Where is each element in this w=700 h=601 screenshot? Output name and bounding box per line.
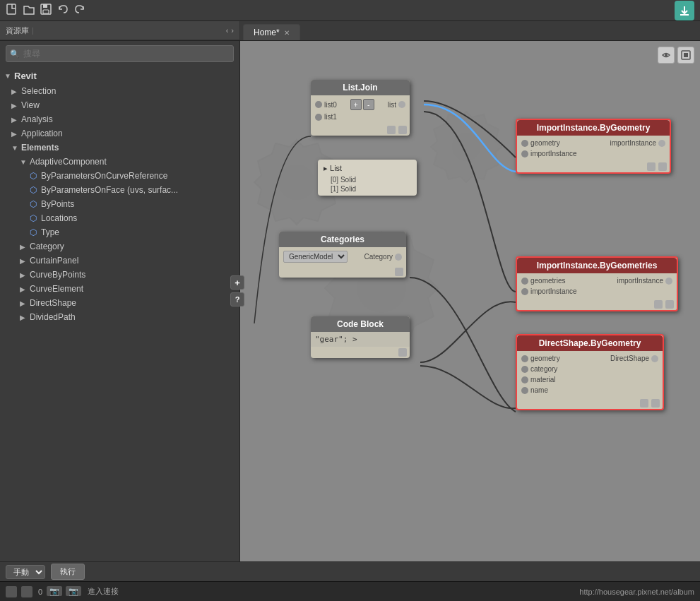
save-icon[interactable]: [40, 3, 52, 18]
import1-footer-icon1: [647, 162, 655, 171]
node-icon-bypoints: ⬡: [28, 199, 38, 209]
adaptive-expand: ▼: [20, 158, 27, 166]
canvas-toolbar: [658, 47, 694, 64]
port-directshape-category-in: [521, 366, 528, 373]
port-import2-geometries-in: [521, 278, 528, 285]
list-item-1: [1] Solid: [331, 185, 356, 193]
port-directshape-out: [651, 355, 658, 362]
sidebar-item-byparamsonface[interactable]: ⬡ ByParametersOnFace (uvs, surfac...: [0, 183, 239, 197]
listjoin-remove-btn[interactable]: -: [363, 99, 374, 110]
category-expand: ▶: [20, 243, 27, 251]
sidebar-item-curtainpanel[interactable]: ▶ CurtainPanel: [0, 254, 239, 268]
port-list-out: [398, 101, 405, 108]
chevron-right-icon[interactable]: ›: [231, 26, 234, 35]
sidebar-item-category[interactable]: ▶ Category: [0, 239, 239, 254]
categories-body: GenericModel Category: [279, 247, 406, 266]
port-import2-instance-in: [521, 288, 528, 295]
sidebar-item-type[interactable]: ⬡ Type: [0, 225, 239, 239]
import2-row-instance: importInstance: [521, 287, 672, 296]
listjoin-title: List.Join: [311, 80, 410, 95]
run-mode-select[interactable]: 手動: [6, 565, 45, 579]
tab-close-icon[interactable]: ✕: [284, 29, 290, 37]
import1-body: geometry importInstance importInstance: [517, 136, 670, 161]
port-directshape-geometry-in: [521, 355, 528, 362]
main-layout: 🔍 ▼ Revit ▶ Selection ▶ View ▶: [0, 41, 700, 561]
selection-expand: ▶: [11, 88, 18, 95]
import1-title: ImportInstance.ByGeometry: [517, 120, 670, 136]
revit-label: Revit: [14, 71, 37, 81]
search-box: 🔍: [0, 41, 239, 66]
sidebar-item-application[interactable]: ▶ Application: [0, 126, 239, 141]
import1-row-instance: importInstance: [521, 149, 665, 158]
importinstance-bygeometry-node: ImportInstance.ByGeometry geometry impor…: [516, 119, 671, 174]
listjoin-body: list0 + - list list1: [311, 95, 410, 124]
sidebar-item-curvebypoints[interactable]: ▶ CurveByPoints: [0, 268, 239, 282]
directshape-body: geometry DirectShape category: [517, 351, 663, 398]
sidebar-item-locations[interactable]: ⬡ Locations: [0, 211, 239, 225]
canvas[interactable]: List.Join list0 + - list: [240, 41, 700, 561]
sidebar-item-byparamscurveref[interactable]: ⬡ ByParametersOnCurveReference: [0, 169, 239, 183]
new-icon[interactable]: [6, 3, 18, 18]
listjoin-add-btn[interactable]: +: [350, 99, 362, 110]
sep1: |: [32, 26, 34, 35]
port-import1-geometry-in: [521, 140, 528, 147]
sidebar-item-view[interactable]: ▶ View: [0, 98, 239, 112]
import2-row-geometries: geometries importInstance: [521, 276, 672, 285]
tree: ▼ Revit ▶ Selection ▶ View ▶ Analysis ▶ …: [0, 66, 239, 561]
help-button[interactable]: ?: [230, 292, 240, 307]
directshape-expand: ▶: [20, 299, 27, 307]
analysis-expand: ▶: [11, 116, 18, 124]
codeblock-content[interactable]: "gear"; >: [311, 332, 410, 347]
importinstance-bygeometries-node: ImportInstance.ByGeometries geometries i…: [516, 256, 678, 311]
sidebar-item-analysis[interactable]: ▶ Analysis: [0, 112, 239, 126]
listjoin-footer: [311, 124, 410, 136]
sidebar-item-dividedpath[interactable]: ▶ DividedPath: [0, 310, 239, 324]
library-label: 資源庫: [6, 25, 29, 36]
canvas-tool-1[interactable]: [658, 47, 675, 64]
sidebar-item-adaptivecomponent[interactable]: ▼ AdaptiveComponent: [0, 155, 239, 169]
node-icon-locations: ⬡: [28, 213, 38, 223]
sidebar-item-selection[interactable]: ▶ Selection: [0, 84, 239, 98]
run-button[interactable]: 執行: [51, 564, 85, 580]
revit-section[interactable]: ▼ Revit: [0, 68, 239, 84]
tab-home[interactable]: Home* ✕: [243, 24, 300, 40]
redo-icon[interactable]: [73, 3, 86, 18]
open-icon[interactable]: [23, 3, 35, 18]
canvas-tool-2[interactable]: [677, 47, 694, 64]
undo-icon[interactable]: [57, 3, 69, 18]
status-icons-2: 📷 📷 進入連接: [47, 586, 119, 597]
listjoin-row-list0: list0 + - list: [315, 98, 405, 111]
categories-dropdown[interactable]: GenericModel: [283, 251, 348, 263]
import2-footer-icon2: [665, 300, 674, 309]
codeblock-title: Code Block: [311, 316, 410, 332]
directshape-row-geometry: geometry DirectShape: [521, 354, 658, 363]
node-icon-byparamscurveref: ⬡: [28, 171, 38, 181]
import2-footer: [517, 299, 677, 310]
directshape-bygeometry-node: DirectShape.ByGeometry geometry DirectSh…: [516, 334, 664, 410]
categories-title: Categories: [279, 232, 406, 247]
search-input[interactable]: [6, 45, 234, 62]
status-number: 0: [38, 588, 42, 596]
directshape-footer: [517, 398, 663, 409]
curtainpanel-expand: ▶: [20, 257, 27, 265]
directshape-title: DirectShape.ByGeometry: [517, 335, 663, 351]
import1-footer: [517, 161, 670, 172]
sidebar-item-bypoints[interactable]: ⬡ ByPoints: [0, 197, 239, 211]
directshape-row-material: material: [521, 375, 658, 384]
tab-home-label: Home*: [254, 28, 280, 37]
sidebar-item-elements[interactable]: ▼ Elements: [0, 141, 239, 155]
sidebar-item-directshape[interactable]: ▶ DirectShape: [0, 296, 239, 310]
directshape-footer-icon1: [640, 399, 648, 407]
bottombar: 手動 執行: [0, 561, 700, 581]
chevron-left-icon[interactable]: ‹: [226, 26, 229, 35]
svg-rect-2: [43, 4, 47, 8]
view-expand: ▶: [11, 102, 18, 109]
svg-point-9: [665, 54, 668, 56]
categories-footer-icon: [395, 268, 403, 276]
search-icon: 🔍: [10, 49, 20, 59]
add-button[interactable]: +: [230, 275, 240, 290]
sidebar-item-curveelement[interactable]: ▶ CurveElement: [0, 282, 239, 296]
codeblock-footer: [311, 347, 410, 358]
status-text-label: 進入連接: [88, 587, 119, 595]
download-button[interactable]: [675, 1, 694, 20]
